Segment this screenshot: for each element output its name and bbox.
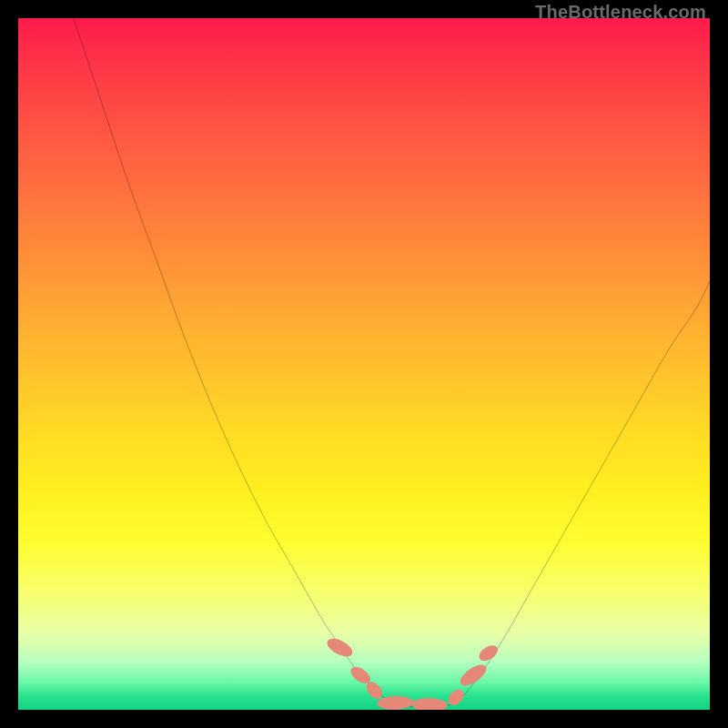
curve-marker-7 — [477, 642, 501, 664]
chart-svg — [18, 18, 710, 710]
curve-marker-5 — [445, 686, 467, 708]
curve-marker-3 — [377, 695, 413, 710]
curve-markers — [324, 635, 500, 710]
curve-marker-0 — [324, 635, 355, 661]
curve-marker-4 — [411, 697, 448, 710]
curve-marker-6 — [457, 661, 490, 690]
bottleneck-curve — [74, 18, 710, 707]
chart-frame — [18, 18, 710, 710]
